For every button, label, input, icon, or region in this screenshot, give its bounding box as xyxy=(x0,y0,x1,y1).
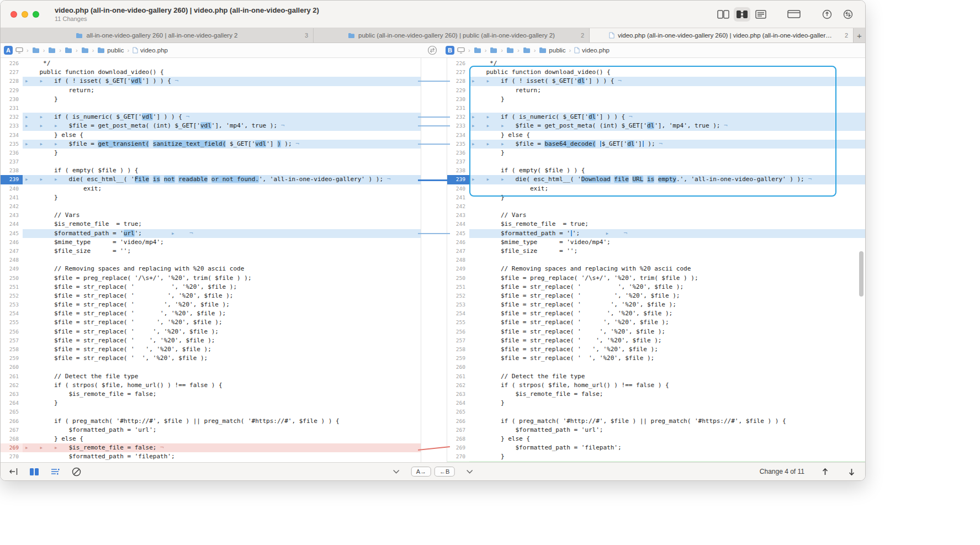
code-line-b-235[interactable]: 235▸ ▸ ▸ $file = base64_decode( $_GET['d… xyxy=(447,140,865,149)
tab-public-comparison[interactable]: public (all-in-one-video-gallery 260) | … xyxy=(314,28,590,43)
code-line-a-234[interactable]: 234 } else { xyxy=(1,131,421,140)
folder-icon[interactable] xyxy=(32,47,40,54)
new-comparison-icon[interactable] xyxy=(840,7,856,22)
code-line-b-250[interactable]: 250 $file = preg_replace( '/\s+/', '%20'… xyxy=(447,274,865,283)
code-line-a-247[interactable]: 247 $file_size = ''; xyxy=(1,247,421,256)
crumb-video-php-file[interactable]: video.php xyxy=(574,47,610,54)
code-line-b-269[interactable]: 269 $formatted_path = 'filepath'; xyxy=(447,443,865,452)
code-line-a-254[interactable]: 254 $file = str_replace( ' ', '%20', $fi… xyxy=(1,309,421,318)
zoom-button[interactable] xyxy=(33,11,39,18)
code-line-b-248[interactable]: 248 xyxy=(447,256,865,264)
chevron-down-icon[interactable] xyxy=(390,465,402,478)
code-line-a-258[interactable]: 258 $file = str_replace( ' ', '%20', $fi… xyxy=(1,345,421,354)
change-connector-235[interactable] xyxy=(418,144,450,145)
code-line-b-243[interactable]: 243 // Vars xyxy=(447,211,865,220)
code-line-a-256[interactable]: 256 $file = str_replace( ' ', '%20', $fi… xyxy=(1,327,421,336)
code-line-a-252[interactable]: 252 $file = str_replace( ' ', '%20', $fi… xyxy=(1,292,421,300)
code-line-a-268[interactable]: 268 } else { xyxy=(1,435,421,443)
reader-layout-icon[interactable] xyxy=(786,7,802,22)
next-change-icon[interactable] xyxy=(845,465,857,478)
code-line-b-247[interactable]: 247 $file_size = ''; xyxy=(447,247,865,256)
code-line-b-228[interactable]: 228▸ ▸ if ( ! isset( $_GET['dl'] ) ) { ¬ xyxy=(447,77,865,86)
code-line-a-241[interactable]: 241 } xyxy=(1,193,421,202)
code-line-b-263[interactable]: 263 $is_remote_file = false; xyxy=(447,390,865,399)
code-line-a-243[interactable]: 243 // Vars xyxy=(1,211,421,220)
tab-folders-comparison[interactable]: all-in-one-video-gallery 260 | all-in-on… xyxy=(1,28,314,43)
close-button[interactable] xyxy=(10,11,17,18)
code-line-b-257[interactable]: 257 $file = str_replace( ' ', '%20', $fi… xyxy=(447,336,865,345)
ignore-whitespace-icon[interactable] xyxy=(70,465,82,478)
code-line-a-270[interactable]: 270 $formatted_path = 'filepath'; xyxy=(1,452,421,461)
code-line-a-251[interactable]: 251 $file = str_replace( ' ', '%20', $fi… xyxy=(1,283,421,292)
code-line-b-249[interactable]: 249 // Removing spaces and replacing wit… xyxy=(447,264,865,273)
code-line-b-237[interactable]: 237 xyxy=(447,157,865,166)
code-line-b-259[interactable]: 259 $file = str_replace( ' ', '%20', $fi… xyxy=(447,354,865,363)
chevron-down-icon[interactable] xyxy=(463,465,475,478)
code-line-b-255[interactable]: 255 $file = str_replace( ' ', '%20', $fi… xyxy=(447,318,865,327)
code-line-b-267[interactable]: 267 $formatted_path = 'url'; xyxy=(447,426,865,435)
code-line-b-262[interactable]: 262 if ( strpos( $file, home_url() ) !==… xyxy=(447,381,865,390)
view-blocks-icon[interactable] xyxy=(715,7,732,22)
code-line-b-258[interactable]: 258 $file = str_replace( ' ', '%20', $fi… xyxy=(447,345,865,354)
code-line-a-246[interactable]: 246 $mime_type = 'video/mp4'; xyxy=(1,238,421,247)
code-line-b-239[interactable]: 239▸ ▸ ▸ die( esc_html__( 'Download file… xyxy=(447,175,865,184)
change-connector-228[interactable] xyxy=(418,81,450,82)
tab-video-php-comparison[interactable]: video.php (all-in-one-video-gallery 260)… xyxy=(590,28,854,43)
copy-from-a-button[interactable]: A→ xyxy=(411,467,431,477)
code-line-b-252[interactable]: 252 $file = str_replace( ' ', '%20', $fi… xyxy=(447,292,865,300)
context-toggle-icon[interactable] xyxy=(7,465,19,478)
code-line-b-231[interactable]: 231 xyxy=(447,104,865,113)
change-connector-232[interactable] xyxy=(418,117,450,118)
code-line-a-226[interactable]: 226 */ xyxy=(1,59,421,68)
code-line-b-270[interactable]: 270 } xyxy=(447,452,865,461)
code-line-a-259[interactable]: 259 $file = str_replace( ' ', '%20', $fi… xyxy=(1,354,421,363)
code-line-a-227[interactable]: 227 public function download_video() { xyxy=(1,68,421,77)
change-connector-239[interactable] xyxy=(418,179,450,181)
code-line-b-227[interactable]: 227 public function download_video() { xyxy=(447,68,865,77)
crumb-public-folder[interactable]: public xyxy=(539,47,565,54)
code-line-b-251[interactable]: 251 $file = str_replace( ' ', '%20', $fi… xyxy=(447,283,865,292)
code-line-a-265[interactable]: 265 xyxy=(1,408,421,416)
code-line-a-250[interactable]: 250 $file = preg_replace( '/\s+/', '%20'… xyxy=(1,274,421,283)
code-line-a-263[interactable]: 263 $is_remote_file = false; xyxy=(1,390,421,399)
code-line-b-242[interactable]: 242 xyxy=(447,202,865,211)
code-line-a-240[interactable]: 240 exit; xyxy=(1,184,421,193)
device-icon[interactable] xyxy=(15,47,23,54)
copy-from-b-button[interactable]: ←B xyxy=(435,467,454,477)
change-connector-233[interactable] xyxy=(418,125,450,126)
code-line-b-233[interactable]: 233▸ ▸ ▸ $file = get_post_meta( (int) $_… xyxy=(447,121,865,130)
code-line-b-265[interactable]: 265 xyxy=(447,408,865,416)
code-line-a-260[interactable]: 260 xyxy=(1,363,421,372)
previous-change-icon[interactable] xyxy=(819,465,831,478)
code-line-a-269[interactable]: 269▸ ▸ ▸ $is_remote_file = false; ¬ xyxy=(1,443,421,452)
code-line-b-260[interactable]: 260 xyxy=(447,363,865,372)
code-line-a-261[interactable]: 261 // Detect the file type xyxy=(1,372,421,381)
code-line-b-234[interactable]: 234 } else { xyxy=(447,131,865,140)
code-line-b-254[interactable]: 254 $file = str_replace( ' ', '%20', $fi… xyxy=(447,309,865,318)
code-line-b-264[interactable]: 264 } xyxy=(447,399,865,408)
code-line-a-239[interactable]: 239▸ ▸ ▸ die( esc_html__( 'File is not r… xyxy=(1,175,421,184)
code-line-a-249[interactable]: 249 // Removing spaces and replacing wit… xyxy=(1,264,421,273)
crumb-public-folder[interactable]: public xyxy=(97,47,124,54)
code-line-a-244[interactable]: 244 $is_remote_file = true; xyxy=(1,220,421,229)
code-line-b-266[interactable]: 266 if ( preg_match( '#http://#', $file … xyxy=(447,417,865,426)
code-line-b-244[interactable]: 244 $is_remote_file = true; xyxy=(447,220,865,229)
code-line-b-253[interactable]: 253 $file = str_replace( ' ', '%20', $fi… xyxy=(447,300,865,309)
code-line-a-245[interactable]: 245 $formatted_path = 'url'; ▸ ¬ xyxy=(1,229,421,238)
code-line-a-253[interactable]: 253 $file = str_replace( ' ', '%20', $fi… xyxy=(1,300,421,309)
code-line-b-232[interactable]: 232▸ ▸ if ( is_numeric( $_GET['dl'] ) ) … xyxy=(447,113,865,121)
folder-icon[interactable] xyxy=(523,47,531,54)
code-line-b-261[interactable]: 261 // Detect the file type xyxy=(447,372,865,381)
folder-icon[interactable] xyxy=(65,47,72,54)
code-line-b-256[interactable]: 256 $file = str_replace( ' ', '%20', $fi… xyxy=(447,327,865,336)
code-line-a-242[interactable]: 242 xyxy=(1,202,421,211)
change-connector-245[interactable] xyxy=(418,233,450,234)
code-line-b-246[interactable]: 246 $mime_type = 'video/mp4'; xyxy=(447,238,865,247)
code-line-a-233[interactable]: 233▸ ▸ ▸ $file = get_post_meta( (int) $_… xyxy=(1,121,421,130)
code-line-a-238[interactable]: 238 if ( empty( $file ) ) { xyxy=(1,166,421,175)
view-unified-icon[interactable] xyxy=(753,7,769,22)
code-line-a-235[interactable]: 235▸ ▸ ▸ $file = get_transient( sanitize… xyxy=(1,140,421,149)
code-line-a-236[interactable]: 236 } xyxy=(1,149,421,157)
code-line-a-237[interactable]: 237 xyxy=(1,157,421,166)
code-line-b-240[interactable]: 240 exit; xyxy=(447,184,865,193)
